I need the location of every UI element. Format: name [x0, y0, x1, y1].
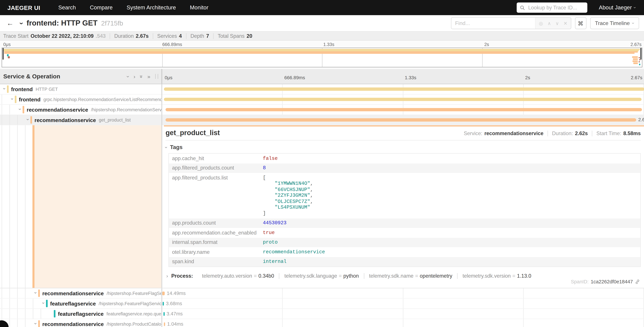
span-row[interactable]: ›featureflagservice/hipstershop.FeatureF… [0, 299, 644, 309]
trace-lookup-input[interactable] [527, 4, 584, 11]
span-bar[interactable] [163, 302, 164, 305]
minimap-span-mark [632, 60, 638, 62]
app-brand[interactable]: JAEGER UI [8, 4, 40, 11]
link-icon[interactable] [635, 279, 640, 284]
process-row[interactable]: › Process: telemetry.auto.version=0.34b0… [166, 273, 641, 279]
indent-guide [2, 299, 2, 308]
minimap-left-scrubber[interactable] [2, 48, 4, 60]
nav-item-compare[interactable]: Compare [90, 4, 113, 11]
span-row[interactable]: ›recommendationserviceget_product_list2.… [0, 115, 644, 125]
minimap-right-scrubber[interactable] [640, 48, 642, 60]
span-labels: recommendationservice/hipstershop.Recomm… [27, 105, 161, 115]
tag-value: true [260, 228, 278, 238]
tag-list-item: "1YMWWN1N4O", [263, 180, 313, 186]
span-row[interactable]: ›recommendationservice/hipstershop.Recom… [0, 105, 644, 115]
column-divider[interactable] [161, 288, 162, 327]
indent-guide [25, 309, 25, 319]
nav-item-search[interactable]: Search [58, 4, 76, 11]
span-row[interactable]: ›frontendgrpc.hipstershop.Recommendation… [0, 94, 644, 105]
indent-guide [17, 319, 18, 327]
expand-chevron-icon[interactable]: › [17, 107, 23, 111]
span-timeline-cell: 3.68ms [161, 299, 644, 308]
span-row[interactable]: ›recommendationservice/hipstershop.Produ… [0, 319, 644, 327]
span-operation-label: get_product_list [99, 118, 131, 122]
span-tree-cell: ›featureflagservice/hipstershop.FeatureF… [0, 299, 161, 308]
expand-chevron-icon[interactable]: › [41, 301, 46, 305]
indent-guide [2, 94, 2, 104]
column-resizer-handle[interactable] [155, 74, 158, 79]
stat-trace-start: Trace StartOctober 22 2022, 22:10:09.543 [3, 33, 110, 39]
prev-match-icon[interactable]: ∧ [548, 20, 551, 26]
span-service-label: recommendationservice [42, 321, 104, 327]
collapse-trace-chevron-icon[interactable]: › [17, 22, 25, 24]
span-bar[interactable] [164, 322, 165, 326]
top-navbar: JAEGER UI Search Compare System Architec… [0, 0, 644, 15]
span-row[interactable]: ›recommendationservice/hipstershop.Featu… [0, 288, 644, 298]
expand-chevron-icon[interactable]: › [33, 322, 38, 326]
indent-guide [25, 125, 25, 288]
span-tree-cell: ›frontendgrpc.hipstershop.Recommendation… [0, 94, 161, 104]
keyboard-shortcuts-button[interactable]: ⌘ [575, 17, 586, 29]
span-bar[interactable] [164, 98, 642, 101]
tags-section-title: Tags [170, 144, 183, 150]
trace-view-label: Trace Timeline [595, 20, 630, 26]
jaeger-trace-page: JAEGER UI Search Compare System Architec… [0, 0, 644, 327]
span-detail-panel: get_product_list Service:recommendations… [161, 125, 644, 288]
expand-one-icon[interactable]: › [134, 73, 136, 80]
about-jaeger-menu[interactable]: About Jaeger › [599, 4, 636, 11]
tag-row: app.products.count44530923 [169, 218, 640, 228]
tag-row: span.kindinternal [169, 257, 640, 266]
span-service-label: featureflagservice [50, 300, 96, 307]
column-divider[interactable] [161, 125, 162, 288]
span-detail-meta: Service:recommendationservice Duration:2… [460, 130, 641, 136]
timeline-ruler: 0μs 666.89ms 1.33s 2s 2.67s [161, 69, 644, 84]
indent-guide [2, 115, 2, 125]
tag-key: app.cache_hit [169, 154, 260, 163]
span-color-bar [23, 106, 24, 113]
span-row[interactable]: featureflagservicefeatureflagservice.rep… [0, 309, 644, 319]
next-match-icon[interactable]: ∨ [556, 20, 559, 26]
tags-section-header[interactable]: › Tags [166, 144, 641, 150]
span-bar[interactable] [164, 88, 644, 91]
expand-chevron-icon[interactable]: › [10, 97, 15, 101]
nav-item-monitor[interactable]: Monitor [190, 4, 208, 11]
span-service-label: featureflagservice [58, 311, 104, 317]
minimap-canvas[interactable] [2, 48, 642, 67]
find-input[interactable] [452, 18, 535, 29]
collapse-one-icon[interactable]: › [125, 76, 131, 78]
span-timeline-cell [161, 105, 644, 115]
back-button[interactable]: ← [6, 19, 14, 27]
column-divider[interactable] [161, 84, 162, 126]
span-row[interactable]: ›frontendHTTP GET [0, 84, 644, 94]
span-color-bar [15, 96, 16, 103]
span-bar[interactable] [166, 108, 642, 111]
indent-guide [17, 309, 18, 319]
expand-all-icon[interactable]: » [148, 73, 150, 80]
span-id-label: SpanID: [571, 279, 588, 284]
tag-row: app.filtered_products.list[ "1YMWWN1N4O"… [169, 173, 640, 218]
tags-table: app.cache_hitfalseapp.filtered_products.… [168, 153, 641, 267]
minimap-span-mark [639, 57, 640, 58]
detail-tree-gutter [0, 125, 161, 288]
span-duration-label: 1.04ms [167, 321, 183, 327]
collapse-all-icon[interactable]: » [138, 75, 144, 78]
span-color-bar [38, 290, 40, 297]
expand-chevron-icon[interactable]: › [25, 118, 31, 122]
tag-row: app.cache_hitfalse [169, 154, 640, 163]
clear-find-icon[interactable]: ✕ [564, 20, 568, 26]
expand-chevron-icon[interactable]: › [33, 291, 38, 295]
span-bar[interactable] [166, 118, 636, 122]
span-bar[interactable] [163, 312, 164, 316]
span-bar[interactable] [162, 292, 165, 295]
span-color-accent-line [164, 125, 644, 126]
focus-match-icon[interactable]: ◎ [539, 20, 543, 26]
span-detail-row: get_product_list Service:recommendations… [0, 125, 644, 288]
span-duration-label: 14.49ms [167, 290, 186, 296]
chevron-down-icon: › [164, 146, 169, 148]
trace-view-selector[interactable]: Trace Timeline › [590, 17, 639, 29]
span-operation-label: HTTP GET [36, 86, 58, 92]
nav-item-system-architecture[interactable]: System Architecture [126, 4, 176, 11]
span-timeline-cell: 3.47ms [161, 309, 644, 319]
span-rows-bottom: ›recommendationservice/hipstershop.Featu… [0, 288, 644, 327]
expand-chevron-icon[interactable]: › [2, 86, 8, 91]
